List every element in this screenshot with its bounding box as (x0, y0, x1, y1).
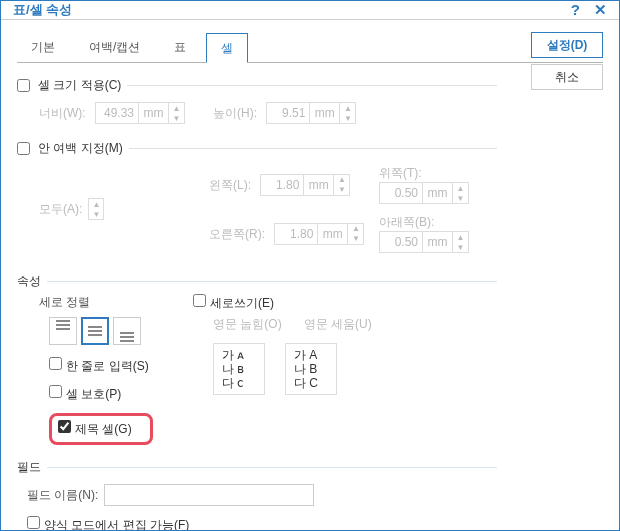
eng-upright-preview: 가 A 나 B 다 C (285, 343, 337, 395)
help-icon[interactable]: ? (571, 1, 580, 19)
width-unit: mm (139, 102, 169, 124)
margin-left-label: 왼쪽(L): (209, 178, 251, 192)
chevron-down-icon[interactable]: ▼ (340, 113, 355, 123)
chevron-down-icon[interactable]: ▼ (169, 113, 184, 123)
vertical-write-checkbox[interactable]: 세로쓰기(E) (193, 296, 274, 310)
cell-size-apply-checkbox[interactable]: 셀 크기 적용(C) (17, 77, 121, 94)
attrs-section-title: 속성 (17, 273, 41, 290)
header-cell-checkbox[interactable]: 제목 셀(G) (58, 420, 132, 438)
dialog-title: 표/셀 속성 (13, 1, 72, 19)
header-cell-highlight: 제목 셀(G) (49, 413, 153, 445)
eng-upright-label: 영문 세움(U) (304, 316, 372, 333)
margin-top-spinner[interactable]: mm ▲▼ (379, 182, 469, 204)
eng-stack-preview: 가 ᴀ 나 ʙ 다 ᴄ (213, 343, 265, 395)
height-unit: mm (310, 102, 340, 124)
chevron-up-icon[interactable]: ▲ (169, 103, 184, 113)
chevron-up-icon[interactable]: ▲ (340, 103, 355, 113)
width-label: 너비(W): (39, 106, 86, 120)
close-icon[interactable]: ✕ (594, 1, 607, 19)
margin-bottom-spinner[interactable]: mm ▲▼ (379, 231, 469, 253)
field-name-input[interactable] (104, 484, 314, 506)
oneline-checkbox[interactable]: 한 줄로 입력(S) (49, 357, 153, 375)
tab-basic[interactable]: 기본 (17, 33, 69, 63)
cell-size-apply-label: 셀 크기 적용(C) (38, 77, 121, 94)
margin-left-spinner[interactable]: mm ▲▼ (260, 174, 350, 196)
tab-strip: 기본 여백/캡션 표 셀 (17, 32, 603, 63)
margin-top-label: 위쪽(T): (379, 166, 422, 180)
tab-margin-caption[interactable]: 여백/캡션 (75, 33, 154, 63)
tab-cell[interactable]: 셀 (206, 33, 248, 63)
inner-margin-label: 안 여백 지정(M) (38, 140, 123, 157)
margin-all-spinner[interactable]: ▲▼ (88, 198, 104, 220)
ok-button[interactable]: 설정(D) (531, 32, 603, 58)
inner-margin-checkbox[interactable]: 안 여백 지정(M) (17, 140, 123, 157)
form-editable-checkbox[interactable]: 양식 모드에서 편집 가능(F) (27, 518, 189, 531)
valign-top-button[interactable] (49, 317, 77, 345)
margin-right-spinner[interactable]: mm ▲▼ (274, 223, 364, 245)
titlebar: 표/셀 속성 ? ✕ (1, 1, 619, 20)
valign-bottom-button[interactable] (113, 317, 141, 345)
window-controls: ? ✕ (571, 1, 607, 19)
field-section-title: 필드 (17, 459, 41, 476)
field-name-label: 필드 이름(N): (27, 487, 98, 504)
valign-middle-button[interactable] (81, 317, 109, 345)
width-spinner[interactable]: mm ▲▼ (95, 102, 185, 124)
height-spinner[interactable]: mm ▲▼ (266, 102, 356, 124)
margin-all-label: 모두(A): (39, 201, 82, 218)
tab-table[interactable]: 표 (160, 33, 200, 63)
cancel-button[interactable]: 취소 (531, 64, 603, 90)
height-label: 높이(H): (213, 106, 257, 120)
eng-stack-label: 영문 눕힘(O) (213, 316, 282, 333)
margin-bottom-label: 아래쪽(B): (379, 215, 434, 229)
margin-right-label: 오른쪽(R): (209, 227, 265, 241)
protect-checkbox[interactable]: 셀 보호(P) (49, 385, 153, 403)
valign-label: 세로 정렬 (39, 294, 153, 311)
